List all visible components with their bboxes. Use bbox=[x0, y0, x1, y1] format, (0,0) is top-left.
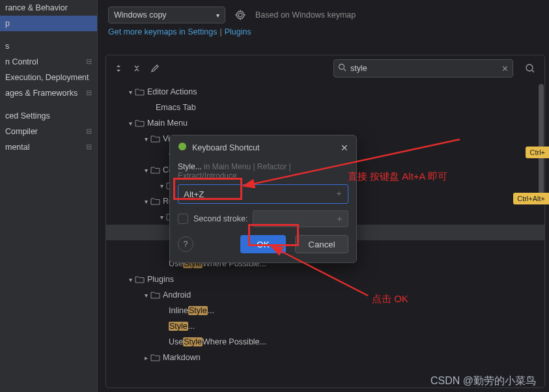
folder-icon bbox=[150, 291, 160, 299]
dialog-title: Keyboard Shortcut bbox=[192, 143, 260, 152]
chevron-down-icon: ▾ bbox=[216, 12, 219, 19]
folder-icon bbox=[150, 354, 160, 361]
tree-editor-actions[interactable]: Editor Actions bbox=[147, 87, 197, 96]
collapse-all-button[interactable] bbox=[130, 61, 144, 76]
svg-point-2 bbox=[178, 143, 186, 150]
search-field[interactable]: ✕ bbox=[333, 59, 513, 77]
sidebar-item-version-control[interactable]: n Control⊟ bbox=[0, 54, 97, 70]
chevron-down-icon[interactable]: ▾ bbox=[157, 214, 166, 221]
clear-search-button[interactable]: ✕ bbox=[501, 64, 509, 74]
project-icon: ⊟ bbox=[86, 57, 92, 66]
chevron-down-icon[interactable]: ▾ bbox=[141, 292, 150, 299]
plugins-link[interactable]: Plugins bbox=[225, 27, 251, 36]
shortcut-badge-ctrl: Ctrl+ bbox=[526, 147, 549, 158]
keymap-select-value: Windows copy bbox=[114, 10, 167, 20]
annotation-text-1: 直接 按键盘 Alt+A 即可 bbox=[348, 171, 447, 183]
project-icon: ⊟ bbox=[86, 127, 92, 135]
annotation-box-input bbox=[173, 178, 242, 200]
sidebar-item-experimental[interactable]: mental⊟ bbox=[0, 139, 97, 155]
keymap-select[interactable]: Windows copy ▾ bbox=[108, 7, 225, 23]
chevron-down-icon[interactable]: ▾ bbox=[126, 120, 135, 127]
plus-icon[interactable]: ＋ bbox=[335, 188, 343, 199]
help-button[interactable]: ? bbox=[178, 236, 193, 252]
annotation-text-2: 点击 OK bbox=[372, 293, 408, 305]
folder-icon bbox=[135, 275, 145, 283]
chevron-down-icon[interactable]: ▾ bbox=[126, 89, 135, 96]
folder-icon bbox=[135, 88, 145, 96]
search-input[interactable] bbox=[350, 64, 498, 73]
search-icon bbox=[338, 63, 346, 74]
edit-shortcut-button[interactable] bbox=[148, 61, 162, 76]
tree-plugins[interactable]: Plugins bbox=[147, 275, 174, 284]
sidebar-item-build-exec[interactable]: Execution, Deployment bbox=[0, 70, 97, 85]
svg-point-0 bbox=[339, 64, 345, 70]
settings-sidebar: rance & Behavior p s n Control⊟ Executio… bbox=[0, 0, 98, 392]
tree-emacs-tab[interactable]: Emacs Tab bbox=[156, 103, 196, 112]
sidebar-item-appearance[interactable]: rance & Behavior bbox=[0, 0, 97, 16]
gear-icon[interactable] bbox=[233, 8, 247, 22]
folder-icon bbox=[150, 197, 160, 205]
sidebar-item-keymap[interactable]: p bbox=[0, 16, 97, 31]
tree-android[interactable]: Android bbox=[163, 290, 191, 300]
sidebar-item-languages[interactable]: ages & Frameworks⊟ bbox=[0, 85, 97, 101]
plus-icon[interactable]: ＋ bbox=[335, 214, 344, 225]
folder-icon bbox=[150, 166, 160, 174]
folder-icon bbox=[150, 135, 160, 143]
second-stroke-label: Second stroke: bbox=[193, 214, 247, 223]
vertical-scrollbar[interactable] bbox=[539, 84, 544, 201]
find-action-by-shortcut-button[interactable] bbox=[521, 59, 539, 77]
shortcut-badge-ctrlalt: Ctrl+Alt+ bbox=[513, 193, 549, 204]
svg-point-1 bbox=[526, 64, 533, 71]
based-on-text: Based on Windows keymap bbox=[255, 10, 356, 20]
sidebar-item-advanced[interactable]: ced Settings bbox=[0, 108, 97, 124]
chevron-down-icon[interactable]: ▾ bbox=[141, 198, 150, 205]
tree-markdown[interactable]: Markdown bbox=[163, 353, 201, 362]
chevron-down-icon[interactable]: ▾ bbox=[157, 182, 166, 189]
chevron-down-icon[interactable]: ▾ bbox=[141, 135, 150, 143]
project-icon: ⊟ bbox=[86, 89, 92, 97]
cancel-button[interactable]: Cancel bbox=[295, 235, 348, 253]
chevron-down-icon[interactable]: ▾ bbox=[141, 167, 150, 174]
close-button[interactable]: ✕ bbox=[341, 143, 348, 153]
sidebar-item-s[interactable]: s bbox=[0, 38, 97, 54]
android-icon bbox=[178, 142, 187, 153]
sidebar-item-compiler[interactable]: Compiler⊟ bbox=[0, 124, 97, 139]
tree-main-menu[interactable]: Main Menu bbox=[147, 119, 188, 128]
watermark: CSDN @勤劳的小菜鸟 bbox=[430, 374, 536, 388]
second-stroke-checkbox[interactable] bbox=[178, 214, 188, 224]
get-keymaps-link[interactable]: Get more keymaps in Settings bbox=[108, 27, 217, 36]
project-icon: ⊟ bbox=[86, 143, 92, 151]
chevron-right-icon[interactable]: ▸ bbox=[141, 354, 150, 361]
annotation-box-ok bbox=[248, 224, 299, 246]
chevron-down-icon[interactable]: ▾ bbox=[126, 276, 135, 283]
folder-icon bbox=[135, 119, 145, 127]
expand-all-button[interactable] bbox=[111, 61, 126, 76]
